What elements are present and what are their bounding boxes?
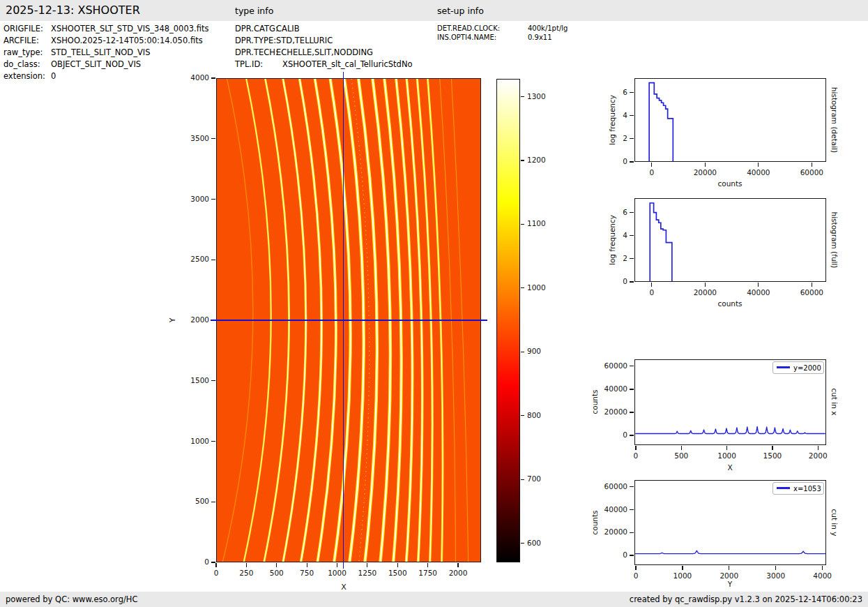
y-tick-label: 2 — [586, 134, 627, 142]
y-tick-mark — [211, 380, 215, 381]
info-label: DPR.TECH: — [235, 47, 276, 59]
cut-x-xlabel: X — [727, 463, 732, 472]
x-tick-mark — [307, 563, 307, 567]
info-row: DPR.CATG:CALIB — [235, 23, 413, 35]
qc-report-page: { "header": { "title": "2025-12-13: XSHO… — [0, 0, 868, 607]
x-tick-mark — [682, 566, 683, 570]
colorbar-tick-label: 1300 — [527, 92, 546, 100]
info-row: TPL.ID:XSHOOTER_slt_cal_TelluricStdNo — [235, 59, 413, 70]
y-tick-label: 0 — [167, 557, 209, 566]
x-tick-label: 3000 — [755, 571, 797, 580]
info-value: STD_TELL_SLIT_NOD_VIS — [51, 47, 150, 57]
y-tick-mark — [630, 555, 634, 555]
y-tick-label: 0 — [586, 277, 627, 285]
y-tick-mark — [630, 435, 634, 435]
colorbar-tick-label: 600 — [527, 539, 541, 547]
hist-detail-xlabel: counts — [717, 179, 742, 188]
y-tick-label: 0 — [586, 430, 627, 439]
y-tick-label: 6 — [586, 208, 627, 216]
info-value: 0.9x11 — [528, 33, 552, 41]
info-label: TPL.ID: — [235, 59, 282, 70]
colorbar-tick-mark — [521, 352, 524, 352]
y-tick-mark — [630, 115, 634, 116]
y-tick-mark — [630, 532, 634, 533]
colorbar-tick-mark — [521, 287, 524, 288]
info-value: XSHOO.2025-12-14T05:00:14.050.fits — [51, 36, 203, 45]
y-tick-label: 20000 — [586, 407, 627, 416]
y-tick-label: 4000 — [167, 73, 209, 82]
y-tick-mark — [211, 562, 215, 562]
x-tick-mark — [397, 563, 398, 567]
info-value: 400k/1pt/lg — [528, 24, 568, 32]
y-tick-label: 4 — [586, 231, 627, 239]
cut-x-side-label: cut in x — [830, 388, 839, 415]
y-tick-label: 2000 — [167, 315, 209, 324]
hist-full-xlabel: counts — [717, 299, 742, 308]
cut-x-legend: y=2000 — [772, 361, 824, 374]
colorbar-tick-mark — [521, 479, 524, 480]
x-tick-label: 0 — [615, 571, 657, 580]
info-row: INS.OPTI4.NAME:0.9x11 — [437, 33, 568, 43]
x-tick-mark — [818, 446, 818, 450]
info-label: DPR.CATG: — [235, 23, 276, 35]
y-tick-label: 1000 — [167, 437, 209, 445]
y-tick-mark — [630, 138, 634, 139]
x-tick-mark — [758, 163, 759, 167]
info-label: DET.READ.CLOCK: — [437, 24, 528, 33]
info-row: raw_type:STD_TELL_SLIT_NOD_VIS — [3, 47, 208, 59]
x-tick-mark — [729, 566, 729, 570]
type-info-heading: type info — [235, 6, 273, 16]
info-value: ECHELLE,SLIT,NODDING — [276, 47, 373, 57]
x-tick-label: 20000 — [684, 168, 726, 177]
y-tick-label: 4 — [586, 111, 627, 119]
histogram-full-plot — [635, 199, 825, 281]
info-label: do_class: — [3, 59, 51, 70]
x-tick-mark — [635, 446, 636, 450]
x-tick-mark — [758, 283, 759, 287]
x-tick-label: 20000 — [684, 288, 726, 297]
x-tick-mark — [681, 446, 682, 450]
footer-left-text: powered by QC: www.eso.org/HC — [6, 592, 137, 607]
x-tick-label: 2000 — [797, 451, 839, 460]
footer-right-text: created by qc_rawdisp.py v1.2.3 on 2025-… — [630, 592, 862, 607]
x-tick-label: 500 — [660, 451, 702, 460]
colorbar-tick-mark — [521, 224, 524, 225]
page-title: 2025-12-13: XSHOOTER — [6, 3, 140, 17]
info-value: 0 — [51, 71, 56, 81]
type-info-column: DPR.CATG:CALIBDPR.TYPE:STD,TELLURICDPR.T… — [235, 23, 413, 70]
x-tick-mark — [215, 563, 216, 567]
y-tick-mark — [630, 92, 634, 93]
info-value: STD,TELLURIC — [276, 36, 333, 45]
cut-y-legend-label: x=1053 — [793, 485, 821, 493]
histogram-detail-plot — [635, 79, 825, 161]
setup-info-column: DET.READ.CLOCK:400k/1pt/lgINS.OPTI4.NAME… — [437, 24, 568, 42]
x-tick-mark — [705, 163, 706, 167]
colorbar-tick-mark — [521, 543, 524, 544]
colorbar-tick-label: 700 — [527, 474, 541, 483]
x-tick-mark — [772, 446, 772, 450]
info-value: CALIB — [276, 24, 300, 33]
x-tick-mark — [427, 563, 428, 567]
y-tick-label: 60000 — [586, 361, 627, 370]
y-tick-label: 20000 — [586, 527, 627, 536]
cut-y-xlabel: Y — [728, 580, 732, 588]
x-tick-mark — [457, 563, 458, 567]
info-row: do_class:OBJECT_SLIT_NOD_VIS — [3, 59, 208, 70]
x-tick-mark — [726, 446, 727, 450]
colorbar-tick-label: 800 — [527, 411, 541, 419]
y-tick-mark — [630, 161, 634, 162]
histogram-detail-axes — [634, 78, 826, 162]
y-tick-label: 3500 — [167, 134, 209, 142]
x-tick-label: 2000 — [437, 569, 479, 577]
x-tick-mark — [337, 563, 337, 567]
y-tick-mark — [211, 260, 215, 260]
x-tick-mark — [812, 163, 812, 167]
y-tick-mark — [211, 441, 215, 442]
y-tick-mark — [211, 77, 215, 78]
x-tick-label: 1000 — [662, 571, 703, 580]
y-tick-mark — [211, 138, 215, 139]
legend-line-sample — [777, 366, 790, 368]
y-tick-mark — [630, 486, 634, 487]
x-tick-label: 40000 — [738, 288, 779, 297]
legend-line-sample — [777, 487, 790, 489]
